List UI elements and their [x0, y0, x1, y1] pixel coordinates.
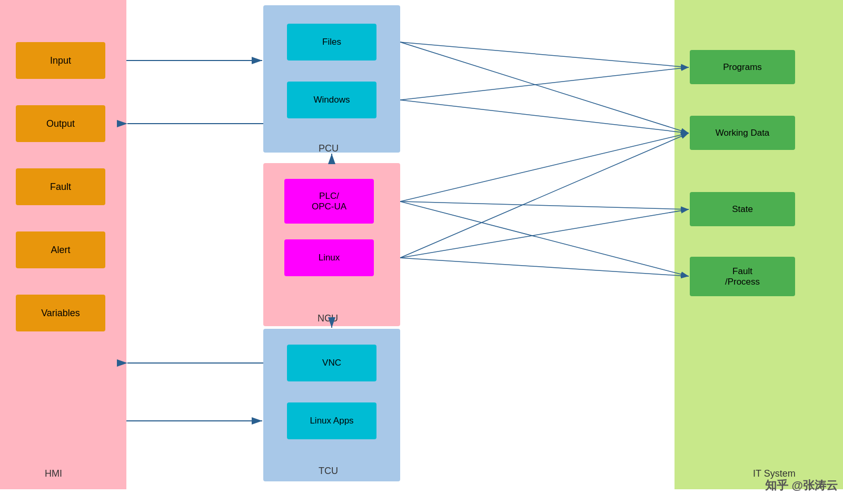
svg-line-13	[400, 201, 689, 209]
linux-apps-box: Linux Apps	[287, 402, 376, 439]
output-box: Output	[16, 105, 105, 142]
svg-line-15	[400, 201, 689, 276]
vnc-box: VNC	[287, 345, 376, 381]
fault-process-box: Fault /Process	[690, 257, 795, 296]
working-data-box: Working Data	[690, 116, 795, 150]
hmi-label: HMI	[45, 468, 62, 479]
svg-line-17	[400, 209, 689, 258]
svg-line-9	[400, 42, 689, 67]
svg-line-18	[400, 133, 689, 258]
linux-ncu-box: Linux	[284, 239, 374, 276]
svg-line-14	[400, 133, 689, 201]
state-box: State	[690, 192, 795, 226]
svg-line-16	[400, 258, 689, 276]
input-box: Input	[16, 42, 105, 79]
pcu-label: PCU	[319, 143, 339, 154]
watermark: 知乎 @张涛云	[765, 478, 838, 493]
fault-box: Fault	[16, 168, 105, 205]
plc-opc-box: PLC/ OPC-UA	[284, 179, 374, 224]
svg-line-12	[400, 67, 689, 100]
svg-line-11	[400, 100, 689, 133]
variables-box: Variables	[16, 295, 105, 331]
programs-box: Programs	[690, 50, 795, 84]
svg-line-10	[400, 42, 689, 133]
ncu-label: NCU	[318, 313, 338, 324]
windows-box: Windows	[287, 82, 376, 118]
files-box: Files	[287, 24, 376, 61]
tcu-label: TCU	[319, 466, 338, 477]
alert-box: Alert	[16, 231, 105, 268]
